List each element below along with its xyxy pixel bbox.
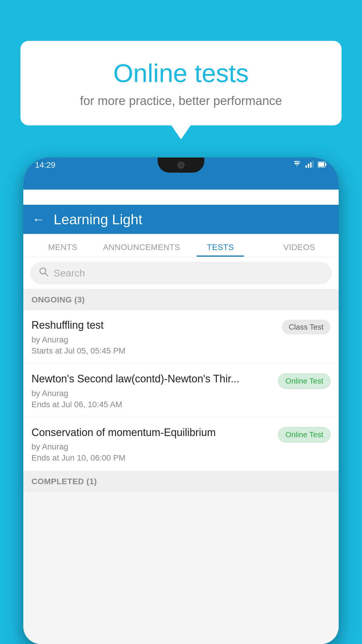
test-date: Starts at Jul 05, 05:45 PM bbox=[31, 346, 277, 356]
test-item[interactable]: Reshuffling test by Anurag Starts at Jul… bbox=[23, 310, 339, 364]
test-badge-class: Class Test bbox=[282, 320, 331, 335]
promo-subtitle: for more practice, better performance bbox=[44, 94, 318, 108]
svg-rect-6 bbox=[318, 162, 324, 167]
test-name: Newton's Second law(contd)-Newton's Thir… bbox=[31, 372, 273, 386]
signal-icon bbox=[305, 161, 314, 170]
svg-rect-0 bbox=[305, 165, 307, 168]
promo-section: Online tests for more practice, better p… bbox=[20, 41, 342, 125]
completed-section-header: COMPLETED (1) bbox=[23, 471, 339, 492]
app-header: ← Learning Light bbox=[23, 205, 339, 234]
search-container: Search bbox=[23, 257, 339, 289]
app-title: Learning Light bbox=[54, 211, 142, 228]
test-info: Newton's Second law(contd)-Newton's Thir… bbox=[31, 372, 273, 409]
phone-content: Search ONGOING (3) Reshuffling test by A… bbox=[23, 257, 339, 644]
phone-frame: 14:29 bbox=[23, 158, 339, 644]
status-bar: 14:29 bbox=[23, 158, 339, 190]
test-info: Reshuffling test by Anurag Starts at Jul… bbox=[31, 318, 277, 356]
test-item[interactable]: Newton's Second law(contd)-Newton's Thir… bbox=[23, 364, 339, 418]
test-info: Conservation of momentum-Equilibrium by … bbox=[31, 426, 273, 463]
search-bar[interactable]: Search bbox=[30, 262, 332, 284]
svg-line-8 bbox=[45, 273, 48, 276]
tab-tests[interactable]: TESTS bbox=[181, 243, 260, 257]
test-badge-online-2: Online Test bbox=[278, 427, 331, 442]
svg-rect-3 bbox=[312, 161, 314, 168]
back-button[interactable]: ← bbox=[32, 212, 45, 227]
promo-title: Online tests bbox=[44, 58, 318, 88]
test-by: by Anurag bbox=[31, 335, 277, 344]
speech-bubble: Online tests for more practice, better p… bbox=[20, 41, 342, 125]
wifi-icon bbox=[293, 161, 301, 170]
test-name: Reshuffling test bbox=[31, 318, 277, 332]
battery-icon bbox=[318, 161, 327, 170]
ongoing-section-header: ONGOING (3) bbox=[23, 289, 339, 310]
front-camera bbox=[178, 162, 184, 169]
ongoing-label: ONGOING (3) bbox=[31, 295, 85, 304]
test-by: by Anurag bbox=[31, 442, 273, 452]
svg-rect-2 bbox=[310, 162, 312, 168]
tab-bar: MENTS ANNOUNCEMENTS TESTS VIDEOS bbox=[23, 234, 339, 257]
test-by: by Anurag bbox=[31, 389, 273, 398]
tab-videos[interactable]: VIDEOS bbox=[260, 243, 339, 257]
test-badge-online: Online Test bbox=[278, 373, 331, 389]
svg-rect-5 bbox=[325, 163, 326, 166]
test-date: Ends at Jun 10, 06:00 PM bbox=[31, 453, 273, 463]
status-time: 14:29 bbox=[35, 160, 55, 170]
phone-notch bbox=[158, 158, 204, 173]
search-placeholder: Search bbox=[54, 267, 85, 279]
tab-announcements[interactable]: ANNOUNCEMENTS bbox=[102, 243, 181, 257]
test-item[interactable]: Conservation of momentum-Equilibrium by … bbox=[23, 418, 339, 471]
completed-label: COMPLETED (1) bbox=[31, 477, 97, 486]
status-icons bbox=[293, 161, 327, 170]
test-name: Conservation of momentum-Equilibrium bbox=[31, 426, 273, 440]
test-date: Ends at Jul 06, 10:45 AM bbox=[31, 400, 273, 409]
search-icon bbox=[38, 267, 49, 280]
tab-ments[interactable]: MENTS bbox=[23, 243, 102, 257]
phone-screen: 14:29 bbox=[23, 158, 339, 644]
svg-rect-1 bbox=[308, 164, 309, 168]
